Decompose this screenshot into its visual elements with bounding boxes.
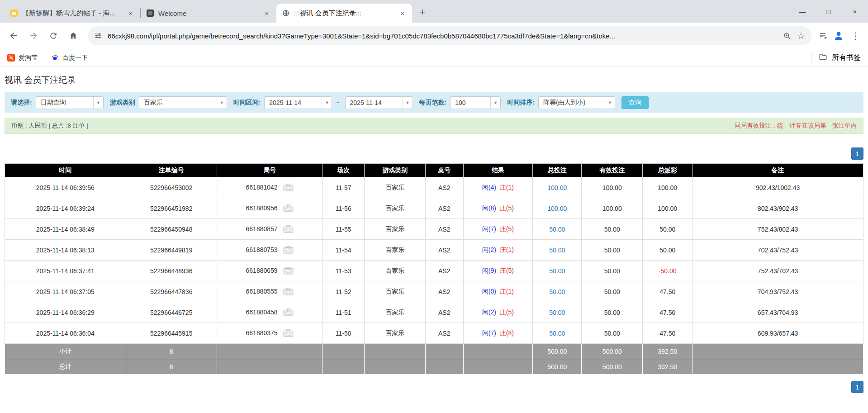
total-bet-link[interactable]: 50.00 [549, 288, 565, 295]
tab-close-icon[interactable]: × [262, 8, 272, 18]
bookmark-baidu[interactable]: 百度一下 [51, 53, 88, 62]
table-row: 2025-11-14 06:36:29 522966446725 6618804… [5, 302, 863, 323]
subtotal-count: 8 [126, 344, 217, 359]
maximize-button[interactable]: □ [816, 0, 842, 23]
cell-time: 2025-11-14 06:36:29 [5, 302, 126, 323]
total-payout: 392.50 [643, 359, 693, 375]
tab-close-icon[interactable]: × [398, 8, 408, 18]
cell-table: AS2 [426, 323, 464, 344]
back-button[interactable] [5, 27, 23, 45]
cell-session: 11-56 [323, 198, 365, 219]
result-banker: 庄(1) [500, 246, 514, 253]
cell-valid-bet: 50.00 [582, 281, 643, 302]
table-row: 2025-11-14 06:36:04 522966445915 6618803… [5, 323, 863, 344]
cell-valid-bet: 50.00 [582, 302, 643, 323]
total-bet-link[interactable]: 50.00 [549, 309, 565, 316]
replay-camera-icon[interactable] [283, 204, 294, 212]
chevron-down-icon: ▼ [93, 97, 103, 109]
cell-total-bet: 100.00 [533, 198, 582, 219]
cell-round-id: 661880956 [217, 198, 322, 219]
cell-result: 闲(2) 庄(1) [463, 240, 533, 261]
game-type-select[interactable]: 百家乐 ▼ [139, 96, 227, 109]
replay-camera-icon[interactable] [283, 267, 294, 275]
cell-game-type: 百家乐 [365, 302, 426, 323]
query-type-value: 日期查询 [36, 97, 93, 109]
profile-avatar[interactable] [833, 30, 844, 42]
bet-records-table: 时间 注单编号 局号 场次 游戏类别 桌号 结果 总投注 有效投注 总派彩 备注… [5, 163, 863, 375]
replay-camera-icon[interactable] [283, 309, 294, 316]
total-bet-link[interactable]: 50.00 [549, 226, 565, 233]
address-bar[interactable]: 66cxkj98.com/ipl/portal.php/game/betreco… [88, 26, 811, 45]
replay-camera-icon[interactable] [283, 184, 294, 191]
date-from-select[interactable]: 2025-11-14 ▼ [264, 96, 332, 109]
total-bet-link[interactable]: 100.00 [547, 205, 567, 212]
cell-valid-bet: 50.00 [582, 219, 643, 240]
tab-welcome[interactable]: Welcome × [141, 4, 276, 23]
home-button[interactable] [64, 27, 82, 45]
media-controls-icon[interactable] [819, 31, 828, 41]
total-bet-link[interactable]: 50.00 [549, 247, 565, 254]
total-valid-bet: 500.00 [582, 359, 643, 375]
cell-session: 11-55 [323, 219, 365, 240]
cell-game-type: 百家乐 [365, 198, 426, 219]
round-id: 661881042 [246, 184, 278, 191]
welcome-favicon-icon [146, 9, 154, 17]
tab-title: :::视讯 会员下注纪录::: [294, 9, 394, 18]
sort-order-select[interactable]: 降幂(由大到小) ▼ [538, 96, 615, 109]
replay-camera-icon[interactable] [283, 225, 294, 233]
cell-total-bet: 100.00 [533, 177, 582, 198]
total-bet-link[interactable]: 50.00 [549, 330, 565, 337]
cell-time: 2025-11-14 06:38:13 [5, 240, 126, 261]
currency-summary: 币别 : 人民币 | 总共 :8 注单 | [11, 122, 88, 130]
site-info-icon[interactable] [94, 32, 102, 40]
cell-bet-id: 522966450948 [126, 219, 217, 240]
cell-note: 752.43/802.43 [693, 219, 863, 240]
tab-close-icon[interactable]: × [126, 8, 136, 18]
browser-menu-icon[interactable]: ⋮ [849, 30, 862, 41]
new-tab-button[interactable]: + [416, 5, 429, 19]
cell-bet-id: 522966451982 [126, 198, 217, 219]
replay-camera-icon[interactable] [283, 246, 294, 254]
date-range-tilde: ~ [336, 99, 341, 106]
bookmarks-divider [811, 53, 811, 62]
bookmark-star-icon[interactable]: ☆ [797, 30, 805, 41]
tab-bet-records[interactable]: :::视讯 会员下注纪录::: × [276, 4, 412, 23]
bookmark-aitaobao[interactable]: 淘 爱淘宝 [7, 54, 38, 62]
subtotal-valid-bet: 500.00 [582, 344, 643, 359]
cell-time: 2025-11-14 06:39:24 [5, 198, 126, 219]
cell-valid-bet: 50.00 [582, 323, 643, 344]
cell-round-id: 661881042 [217, 177, 322, 198]
minimize-button[interactable]: — [789, 0, 816, 23]
all-bookmarks[interactable]: 所有书签 [811, 52, 861, 63]
url-text[interactable]: 66cxkj98.com/ipl/portal.php/game/betreco… [108, 32, 778, 40]
page-1-button[interactable]: 1 [851, 147, 863, 160]
cell-time: 2025-11-14 06:37:41 [5, 261, 126, 281]
chevron-down-icon: ▼ [217, 97, 227, 109]
col-total-bet: 总投注 [533, 164, 582, 177]
replay-camera-icon[interactable] [283, 329, 294, 337]
total-bet-link[interactable]: 100.00 [547, 184, 567, 191]
total-row: 总计 8 500.00 500.00 392.50 [5, 359, 863, 375]
col-valid-bet: 有效投注 [582, 164, 643, 177]
page-size-select[interactable]: 100 ▼ [450, 96, 501, 109]
close-button[interactable]: × [842, 0, 868, 23]
forward-button[interactable] [24, 27, 43, 45]
result-banker: 庄(5) [500, 267, 514, 274]
page-size-label: 每页笔数: [419, 99, 447, 107]
result-player: 闲(7) [482, 329, 496, 337]
result-player: 闲(8) [482, 204, 496, 212]
page-1-button[interactable]: 1 [851, 381, 863, 393]
cell-note: 802.43/902.43 [693, 198, 863, 219]
refresh-button[interactable] [44, 27, 62, 45]
tab-forum-post[interactable]: 【新提醒】杨雪儿的帖子 - 海... × [5, 4, 140, 23]
replay-camera-icon[interactable] [283, 288, 294, 295]
col-payout: 总派彩 [643, 164, 693, 177]
date-to-select[interactable]: 2025-11-14 ▼ [345, 96, 413, 109]
globe-favicon-icon [282, 9, 290, 17]
search-button[interactable]: 查询 [621, 96, 649, 109]
col-result: 结果 [463, 164, 533, 177]
cell-result: 闲(4) 庄(1) [463, 177, 533, 198]
query-type-select[interactable]: 日期查询 ▼ [36, 96, 104, 109]
zoom-icon[interactable] [783, 32, 792, 40]
total-bet-link[interactable]: 50.00 [549, 267, 565, 275]
